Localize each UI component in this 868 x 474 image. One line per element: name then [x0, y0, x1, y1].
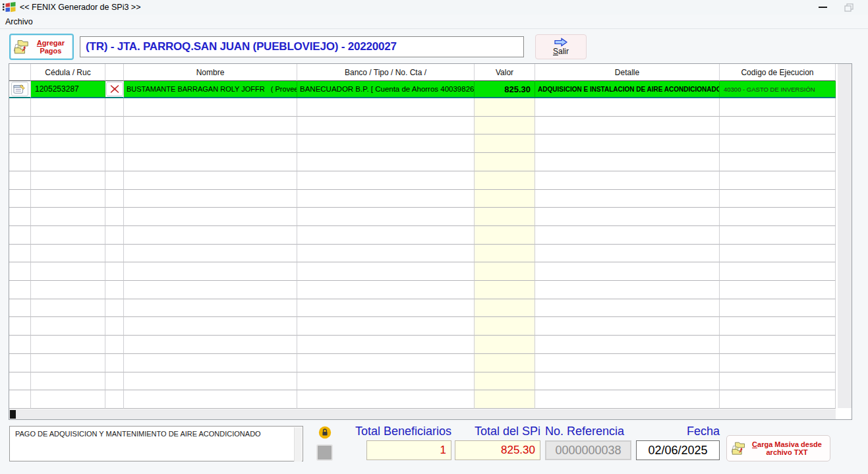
- table-row-empty[interactable]: [9, 372, 836, 391]
- cell-cedula: 1205253287: [31, 81, 105, 98]
- delete-row-button[interactable]: [106, 82, 123, 96]
- salir-button[interactable]: Salir: [535, 34, 587, 59]
- minimize-button[interactable]: [811, 0, 834, 15]
- window-title: << FENIX Generador de SPi3 >>: [20, 3, 140, 12]
- header-delete-col: [105, 64, 124, 81]
- vertical-scrollbar[interactable]: [836, 64, 852, 408]
- minimize-icon: [819, 7, 827, 8]
- table-row-selected[interactable]: 1205253287 BUSTAMANTE BARRAGAN ROLY JOFF…: [9, 81, 852, 98]
- descripcion-text: PAGO DE ADQUISICION Y MANTENIMIENTO DE A…: [15, 430, 261, 438]
- table-row-empty[interactable]: [9, 226, 836, 245]
- table-row-empty[interactable]: [9, 134, 836, 153]
- header-banco[interactable]: Banco / Tipo / No. Cta /: [297, 64, 475, 81]
- carga-masiva-button[interactable]: Carga Masiva desde archivo TXT: [726, 435, 830, 461]
- app-windows-logo-icon: [3, 2, 16, 13]
- edit-form-icon: [13, 83, 26, 95]
- table-row-empty[interactable]: [9, 98, 836, 117]
- carga-masiva-label: Carga Masiva desde archivo TXT: [748, 440, 826, 456]
- descripcion-textarea[interactable]: PAGO DE ADQUISICION Y MANTENIMIENTO DE A…: [9, 426, 303, 461]
- table-row-empty[interactable]: [9, 281, 836, 299]
- header-valor[interactable]: Valor: [475, 64, 535, 81]
- table-row-empty[interactable]: [9, 171, 836, 190]
- fecha-label: Fecha: [652, 425, 720, 438]
- table-row-empty[interactable]: [9, 208, 836, 226]
- menu-bar: Archivo: [0, 15, 868, 29]
- fecha-field[interactable]: 02/06/2025: [636, 440, 720, 460]
- cell-detalle: ADQUISICION E INSTALACION DE AIRE ACONDI…: [535, 81, 720, 98]
- table-row-empty[interactable]: [9, 190, 836, 208]
- table-header: Cédula / Ruc Nombre Banco / Tipo / No. C…: [9, 64, 852, 81]
- table-row-empty[interactable]: [9, 117, 836, 135]
- referencia-label: No. Referencia: [545, 425, 624, 438]
- agregar-pagos-button[interactable]: Agregar Pagos: [9, 34, 74, 60]
- referencia-field: 0000000038: [545, 440, 631, 460]
- carga-masiva-folder-icon: [731, 439, 745, 458]
- horizontal-scrollbar[interactable]: [9, 409, 836, 419]
- entity-title-field[interactable]: (TR) - JTA. PARROQ.SAN JUAN (PUEBLOVIEJO…: [80, 36, 524, 57]
- header-nombre[interactable]: Nombre: [124, 64, 297, 81]
- cell-codigo: 40300 - GASTO DE INVERSIÓN: [720, 81, 836, 98]
- restore-button[interactable]: [838, 0, 860, 15]
- menu-archivo[interactable]: Archivo: [0, 17, 38, 26]
- payments-table: Cédula / Ruc Nombre Banco / Tipo / No. C…: [9, 63, 852, 420]
- cell-banco: BANECUADOR B.P. [ Cuenta de Ahorros 4003…: [297, 81, 475, 98]
- restore-icon: [844, 3, 854, 12]
- header-codigo[interactable]: Codigo de Ejecucion: [720, 64, 836, 81]
- gray-square-button[interactable]: [316, 444, 333, 461]
- total-spi-label: Total del SPi: [422, 425, 540, 438]
- header-detalle[interactable]: Detalle: [535, 64, 720, 81]
- add-payments-folder-icon: [13, 38, 29, 56]
- total-spi-field: 825.30: [455, 440, 540, 460]
- exit-arrow-icon: [554, 38, 568, 47]
- table-row-empty[interactable]: [9, 153, 836, 171]
- edit-row-button[interactable]: [11, 82, 28, 96]
- footer-panel: PAGO DE ADQUISICION Y MANTENIMIENTO DE A…: [0, 420, 868, 474]
- table-row-empty[interactable]: [9, 336, 836, 354]
- cell-delete: [105, 81, 124, 98]
- delete-x-icon: [110, 84, 119, 94]
- title-bar: << FENIX Generador de SPi3 >>: [0, 0, 868, 15]
- horizontal-scrollbar-thumb[interactable]: [10, 410, 16, 419]
- cell-edit: [9, 81, 31, 98]
- toolbar: Agregar Pagos (TR) - JTA. PARROQ.SAN JUA…: [0, 29, 868, 63]
- total-beneficiarios-field: 1: [366, 440, 451, 460]
- table-row-empty[interactable]: [9, 390, 836, 409]
- app-window: << FENIX Generador de SPi3 >> Archivo Ag…: [0, 0, 868, 474]
- table-row-empty[interactable]: [9, 317, 836, 336]
- table-body-empty: [9, 98, 836, 409]
- cell-nombre: BUSTAMANTE BARRAGAN ROLY JOFFR ( Proveed…: [124, 81, 297, 98]
- header-icon-col: [9, 64, 31, 81]
- cell-valor: 825.30: [475, 81, 535, 98]
- table-row-empty[interactable]: [9, 245, 836, 263]
- table-row-empty[interactable]: [9, 299, 836, 318]
- table-row-empty[interactable]: [9, 262, 836, 281]
- header-cedula[interactable]: Cédula / Ruc: [31, 64, 105, 81]
- descripcion-scrollbar[interactable]: [294, 427, 302, 461]
- salir-label: Salir: [553, 47, 569, 56]
- table-row-empty[interactable]: [9, 354, 836, 372]
- agregar-pagos-label: Agregar Pagos: [32, 39, 70, 55]
